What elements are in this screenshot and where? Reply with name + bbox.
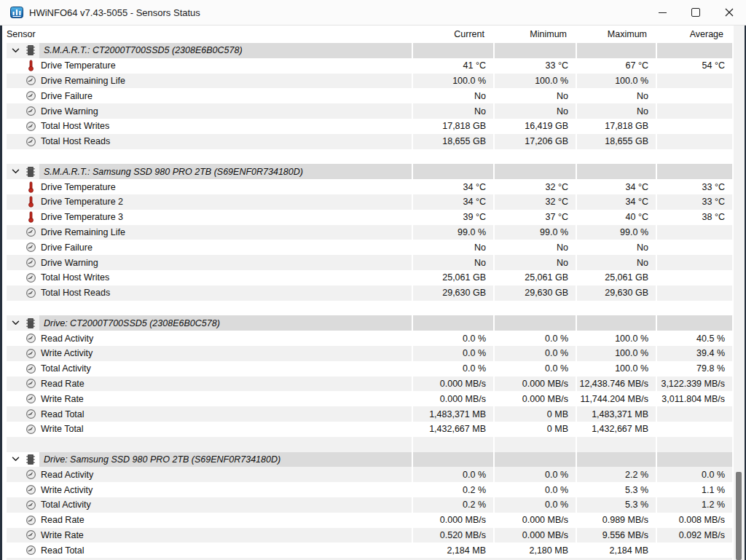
value-minimum [493, 43, 576, 58]
sensor-label-cell: Read Total [7, 543, 412, 558]
sensor-label: Drive Failure [41, 242, 93, 253]
value-current: 0.2 % [412, 497, 493, 513]
clock-icon [25, 288, 36, 299]
value-maximum: 25,061 GB [576, 270, 656, 285]
close-button[interactable] [712, 0, 746, 25]
sensor-icon-slot [24, 500, 37, 510]
clock-icon [25, 242, 36, 253]
group-icon-slot [24, 44, 37, 56]
value-current: 99.0 % [412, 225, 493, 240]
column-header-sensor[interactable]: Sensor [7, 29, 412, 39]
sensor-group-header[interactable]: Drive: CT2000T700SSD5 (2308E6B0C578) [7, 315, 732, 331]
sensor-group-header[interactable]: Drive: Samsung SSD 980 PRO 2TB (S69ENF0R… [7, 452, 732, 468]
sensor-row[interactable]: Write Activity0.2 %0.0 %5.3 %1.1 % [7, 482, 732, 497]
value-average: 38 °C [656, 210, 732, 225]
value-minimum: 0 MB [493, 422, 576, 437]
window-left-edge [0, 22, 2, 560]
sensor-row[interactable]: Read Rate0.000 MB/s0.000 MB/s0.989 MB/s0… [7, 513, 732, 528]
sensor-row[interactable]: Drive Remaining Life100.0 %100.0 %100.0 … [7, 74, 732, 89]
sensor-row[interactable]: Drive Temperature41 °C33 °C67 °C54 °C [7, 58, 732, 74]
column-header-current[interactable]: Current [412, 29, 493, 39]
value-average [656, 285, 732, 301]
column-header-average[interactable]: Average [656, 29, 732, 39]
sensor-row[interactable]: Total Host Writes17,818 GB16,419 GB17,81… [7, 119, 732, 134]
sensor-row[interactable]: Drive WarningNoNoNo [7, 255, 732, 270]
value-average: 3,011.804 MB/s [656, 391, 732, 406]
sensor-row[interactable]: Drive Remaining Life99.0 %99.0 %99.0 % [7, 225, 732, 240]
sensor-icon-slot [24, 60, 37, 71]
sensor-label-cell: Drive Temperature 2 [7, 194, 412, 210]
sensor-row[interactable]: Write Rate0.520 MB/s0.000 MB/s9.556 MB/s… [7, 528, 732, 543]
sensor-row[interactable]: Read Rate0.000 MB/s0.000 MB/s12,438.746 … [7, 376, 732, 392]
sensor-row[interactable]: Total Activity0.2 %0.0 %5.3 %1.2 % [7, 497, 732, 513]
value-current [412, 437, 493, 452]
value-minimum: 32 °C [493, 194, 576, 210]
value-minimum: 0.000 MB/s [493, 376, 576, 392]
spacer-row [7, 437, 732, 452]
clock-icon [25, 363, 36, 374]
value-minimum: 17,206 GB [493, 134, 576, 149]
sensor-row[interactable]: Drive Temperature34 °C32 °C34 °C33 °C [7, 179, 732, 194]
sensor-row[interactable]: Write Total1,432,667 MB0 MB1,432,667 MB [7, 422, 732, 437]
sensor-row[interactable]: Read Activity0.0 %0.0 %2.2 %0.0 % [7, 467, 732, 482]
spacer-cell [7, 149, 412, 165]
clock-icon [25, 90, 36, 101]
sensor-row[interactable]: Total Host Reads18,655 GB17,206 GB18,655… [7, 134, 732, 149]
value-minimum: No [493, 103, 576, 119]
sensor-icon-slot [24, 469, 37, 480]
value-average: 33 °C [656, 194, 732, 210]
value-current [412, 315, 493, 331]
sensor-row[interactable]: Read Total1,483,371 MB0 MB1,483,371 MB [7, 406, 732, 422]
collapse-toggle[interactable] [7, 457, 24, 462]
sensor-row[interactable]: Write Rate0.000 MB/s0.000 MB/s11,744.204… [7, 391, 732, 406]
sensor-row[interactable]: Read Activity0.0 %0.0 %100.0 %40.5 % [7, 331, 732, 346]
sensor-row[interactable]: Total Host Writes25,061 GB25,061 GB25,06… [7, 270, 732, 285]
column-header-maximum[interactable]: Maximum [576, 29, 656, 39]
value-minimum: No [493, 88, 576, 103]
value-maximum [576, 164, 656, 179]
minimize-icon [659, 12, 667, 13]
sensor-row[interactable]: Write Activity0.0 %0.0 %100.0 %39.4 % [7, 346, 732, 361]
value-current: 0.0 % [412, 467, 493, 482]
sensor-label: Drive Remaining Life [41, 227, 125, 237]
value-current: No [412, 103, 493, 119]
sensor-row[interactable]: Total Activity0.0 %0.0 %100.0 %79.8 % [7, 361, 732, 376]
value-maximum: 18,655 GB [576, 134, 656, 149]
sensor-row[interactable]: Total Host Reads29,630 GB29,630 GB29,630… [7, 285, 732, 301]
sensor-row[interactable]: Drive FailureNoNoNo [7, 88, 732, 103]
value-average: 0.092 MB/s [656, 528, 732, 543]
collapse-toggle[interactable] [7, 169, 24, 174]
column-header-minimum[interactable]: Minimum [493, 29, 576, 39]
scrollbar-thumb[interactable] [736, 472, 742, 560]
sensor-row[interactable]: Drive Temperature 339 °C37 °C40 °C38 °C [7, 210, 732, 225]
collapse-toggle[interactable] [7, 320, 24, 326]
sensor-label-cell: Drive Temperature 3 [7, 210, 412, 225]
value-current: 34 °C [412, 179, 493, 194]
sensor-row[interactable]: Drive Temperature 234 °C32 °C34 °C33 °C [7, 194, 732, 210]
value-current: 29,630 GB [412, 285, 493, 301]
collapse-toggle[interactable] [7, 48, 24, 53]
value-current [412, 452, 493, 468]
sensor-row[interactable]: Drive WarningNoNoNo [7, 103, 732, 119]
sensor-label-cell: Total Host Writes [7, 270, 412, 285]
value-maximum: 2.2 % [576, 467, 656, 482]
sensor-group-header[interactable]: S.M.A.R.T.: Samsung SSD 980 PRO 2TB (S69… [7, 164, 732, 179]
sensor-label: Read Total [41, 409, 85, 419]
sensor-label: Drive Warning [41, 106, 98, 117]
vertical-scrollbar[interactable] [734, 25, 745, 560]
value-maximum: 100.0 % [576, 331, 656, 346]
value-average [656, 43, 732, 58]
temperature-icon [28, 60, 34, 71]
sensor-row[interactable]: Drive FailureNoNoNo [7, 240, 732, 255]
sensor-group-header[interactable]: S.M.A.R.T.: CT2000T700SSD5 (2308E6B0C578… [7, 43, 732, 58]
sensor-label-cell: Total Activity [7, 497, 412, 513]
value-average: 33 °C [656, 179, 732, 194]
minimize-button[interactable] [645, 0, 679, 25]
value-average [656, 437, 732, 452]
sensor-icon-slot [24, 181, 37, 193]
value-current: 0.000 MB/s [412, 513, 493, 528]
spacer-cell [7, 437, 412, 452]
maximize-button[interactable] [679, 0, 712, 25]
sensor-row[interactable]: Read Total2,184 MB2,180 MB2,184 MB [7, 543, 732, 558]
sensor-group-cell: Drive: Samsung SSD 980 PRO 2TB (S69ENF0R… [7, 452, 412, 468]
